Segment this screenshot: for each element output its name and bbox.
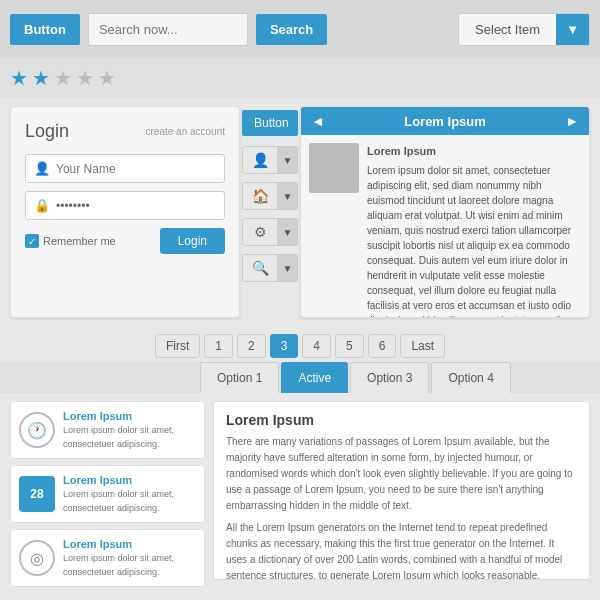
bottom-area: 🕐 Lorem Ipsum Lorem ipsum dolor sit amet… [0, 393, 600, 588]
star-1[interactable]: ★ [10, 66, 28, 90]
gear-dropdown-arrow[interactable]: ▼ [278, 218, 298, 246]
remember-row: ✓ Remember me Login [25, 228, 225, 254]
list-text-2: Lorem Ipsum Lorem ipsum dolor sit amet, … [63, 474, 196, 514]
content-title: Lorem Ipsum [226, 412, 577, 428]
middle-button[interactable]: Button [242, 110, 298, 136]
lorem-prev[interactable]: ◄ [311, 113, 325, 129]
user-icon-row: 👤 ▼ [242, 146, 298, 174]
gear-icon-row: ⚙ ▼ [242, 218, 298, 246]
main-area: Login create an account 👤 🔒 ✓ Remember m… [0, 98, 600, 326]
page-4[interactable]: 4 [302, 334, 331, 358]
list-desc-1: Lorem ipsum dolor sit amet, consectetuer… [63, 425, 174, 449]
page-1[interactable]: 1 [204, 334, 233, 358]
search-icon-row: 🔍 ▼ [242, 254, 298, 282]
username-input[interactable] [56, 162, 216, 176]
list-title-2: Lorem Ipsum [63, 474, 196, 486]
tab-option4[interactable]: Option 4 [431, 362, 510, 393]
stars-row: ★ ★ ★ ★ ★ [0, 58, 600, 98]
lorem-thumbnail [309, 143, 359, 193]
top-bar: Button Search Select Item ▼ [0, 0, 600, 58]
page-5[interactable]: 5 [335, 334, 364, 358]
compass-icon: ◎ [19, 540, 55, 576]
page-last[interactable]: Last [400, 334, 445, 358]
remember-label: Remember me [43, 235, 116, 247]
lorem-body: Lorem Ipsum Lorem ipsum dolor sit amet, … [301, 135, 589, 318]
list-items: 🕐 Lorem Ipsum Lorem ipsum dolor sit amet… [10, 401, 205, 580]
tabs-row: Option 1 Active Option 3 Option 4 [200, 362, 590, 393]
list-text-3: Lorem Ipsum Lorem ipsum dolor sit amet, … [63, 538, 196, 578]
calendar-icon: 28 [19, 476, 55, 512]
lorem-subtitle: Lorem Ipsum [367, 143, 581, 160]
create-account-link[interactable]: create an account [146, 126, 226, 137]
clock-icon: 🕐 [19, 412, 55, 448]
star-3[interactable]: ★ [54, 66, 72, 90]
content-paragraph-1: There are many variations of passages of… [226, 434, 577, 514]
page-first[interactable]: First [155, 334, 200, 358]
lorem-text-content: Lorem Ipsum Lorem ipsum dolor sit amet, … [367, 143, 581, 318]
home-icon-box: 🏠 [242, 182, 278, 210]
search-button[interactable]: Search [256, 14, 327, 45]
user-icon: 👤 [34, 161, 50, 176]
lorem-header: ◄ Lorem Ipsum ► [301, 107, 589, 135]
pagination: First 1 2 3 4 5 6 Last [0, 326, 600, 362]
remember-checkbox[interactable]: ✓ [25, 234, 39, 248]
content-paragraph-2: All the Lorem Ipsum generators on the In… [226, 520, 577, 580]
select-item-dropdown[interactable]: Select Item ▼ [458, 13, 590, 46]
list-desc-2: Lorem ipsum dolor sit amet, consectetuer… [63, 489, 174, 513]
top-button[interactable]: Button [10, 14, 80, 45]
list-text-1: Lorem Ipsum Lorem ipsum dolor sit amet, … [63, 410, 196, 450]
page-6[interactable]: 6 [368, 334, 397, 358]
tab-active[interactable]: Active [281, 362, 348, 393]
page-2[interactable]: 2 [237, 334, 266, 358]
star-5[interactable]: ★ [98, 66, 116, 90]
search-input[interactable] [88, 13, 248, 46]
tabs-container: Option 1 Active Option 3 Option 4 [0, 362, 600, 393]
password-group: 🔒 [25, 191, 225, 220]
user-icon-box: 👤 [242, 146, 278, 174]
username-group: 👤 [25, 154, 225, 183]
middle-controls: Button 👤 ▼ 🏠 ▼ ⚙ ▼ 🔍 ▼ [240, 110, 300, 318]
select-arrow-icon[interactable]: ▼ [556, 14, 589, 45]
home-dropdown-arrow[interactable]: ▼ [278, 182, 298, 210]
list-item-2: 28 Lorem Ipsum Lorem ipsum dolor sit ame… [10, 465, 205, 523]
star-2[interactable]: ★ [32, 66, 50, 90]
lorem-body-text: Lorem ipsum dolor sit amet, consectetuer… [367, 165, 579, 319]
home-icon-row: 🏠 ▼ [242, 182, 298, 210]
tab-option1[interactable]: Option 1 [200, 362, 279, 393]
gear-icon-box: ⚙ [242, 218, 278, 246]
password-input[interactable] [56, 199, 216, 213]
lock-icon: 🔒 [34, 198, 50, 213]
lorem-panel: ◄ Lorem Ipsum ► Lorem Ipsum Lorem ipsum … [300, 106, 590, 318]
content-area: Lorem Ipsum There are many variations of… [213, 401, 590, 580]
search-dropdown-arrow[interactable]: ▼ [278, 254, 298, 282]
lorem-title: Lorem Ipsum [404, 114, 486, 129]
search-icon-box: 🔍 [242, 254, 278, 282]
login-panel: Login create an account 👤 🔒 ✓ Remember m… [10, 106, 240, 318]
list-title-3: Lorem Ipsum [63, 538, 196, 550]
user-dropdown-arrow[interactable]: ▼ [278, 146, 298, 174]
list-title-1: Lorem Ipsum [63, 410, 196, 422]
page-3[interactable]: 3 [270, 334, 299, 358]
select-item-label: Select Item [459, 14, 556, 45]
list-item-3: ◎ Lorem Ipsum Lorem ipsum dolor sit amet… [10, 529, 205, 587]
login-button[interactable]: Login [160, 228, 225, 254]
login-header: Login create an account [25, 121, 225, 142]
list-desc-3: Lorem ipsum dolor sit amet, consectetuer… [63, 553, 174, 577]
tab-option3[interactable]: Option 3 [350, 362, 429, 393]
list-item-1: 🕐 Lorem Ipsum Lorem ipsum dolor sit amet… [10, 401, 205, 459]
login-title: Login [25, 121, 69, 142]
remember-left: ✓ Remember me [25, 234, 116, 248]
star-4[interactable]: ★ [76, 66, 94, 90]
lorem-next[interactable]: ► [565, 113, 579, 129]
